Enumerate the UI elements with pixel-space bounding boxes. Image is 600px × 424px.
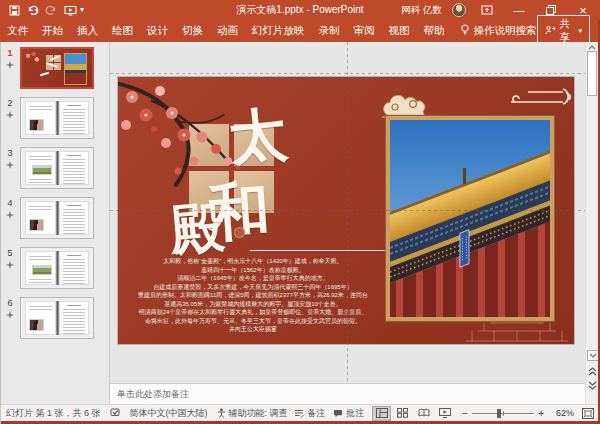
- mini-title-line: [67, 305, 81, 306]
- fit-to-window-button[interactable]: [582, 408, 594, 419]
- mini-title-line: [67, 155, 81, 156]
- status-left: 幻灯片 第 1 张，共 6 张 简体中文(中国大陆) 辅助功能: 调查: [0, 407, 288, 420]
- tab-record[interactable]: 录制: [312, 20, 347, 42]
- tab-view[interactable]: 视图: [382, 20, 417, 42]
- slide-number: 5: [7, 248, 12, 258]
- mini-right-page: [59, 301, 90, 335]
- minimize-button[interactable]: —: [508, 1, 530, 19]
- slide-4-preview[interactable]: [20, 197, 94, 239]
- user-name[interactable]: 网科 亿数: [401, 4, 442, 17]
- slide-counter[interactable]: 幻灯片 第 1 张，共 6 张: [6, 407, 101, 420]
- tab-transitions[interactable]: 切换: [175, 20, 210, 42]
- tab-design[interactable]: 设计: [140, 20, 175, 42]
- redo-icon[interactable]: [45, 5, 57, 16]
- scrollbar-thumb[interactable]: [587, 51, 597, 96]
- mini-title-line: [67, 105, 81, 106]
- accessibility-label: 辅助功能: 调查: [229, 407, 288, 420]
- tab-insert[interactable]: 插入: [70, 20, 105, 42]
- zoom-slider-thumb[interactable]: [497, 409, 501, 418]
- horizontal-guide[interactable]: [110, 73, 585, 74]
- tab-review[interactable]: 审阅: [347, 20, 382, 42]
- slide-2-preview[interactable]: [20, 97, 94, 139]
- notes-icon: [294, 409, 304, 418]
- mini-photo: [29, 119, 44, 131]
- slide-thumbnail-2[interactable]: 2: [0, 97, 109, 147]
- accessibility-status[interactable]: 辅助功能: 调查: [217, 407, 288, 420]
- editing-area: 太 和 殿 太和殿，俗称“金銮殿”，明永乐十八年（1420年）建成，称奉天殿。 …: [110, 42, 585, 404]
- scroll-up-icon[interactable]: [586, 45, 598, 50]
- palace-photo[interactable]: [386, 116, 554, 321]
- tab-help[interactable]: 帮助: [417, 20, 452, 42]
- mini-left-page: [25, 101, 56, 135]
- zoom-percentage[interactable]: 62%: [552, 408, 574, 418]
- ribbon-display-options-icon[interactable]: [476, 1, 498, 19]
- slide-thumbnail-1[interactable]: 1: [0, 47, 109, 97]
- slide-1-preview[interactable]: [20, 47, 94, 89]
- slide-canvas[interactable]: 太 和 殿 太和殿，俗称“金銮殿”，明永乐十八年（1420年）建成，称奉天殿。 …: [110, 42, 585, 383]
- mini-calligraphy: [40, 72, 49, 76]
- comments-toggle[interactable]: 批注: [333, 407, 364, 420]
- slide-editing-surface[interactable]: 太 和 殿 太和殿，俗称“金銮殿”，明永乐十八年（1420年）建成，称奉天殿。 …: [117, 76, 575, 345]
- zoom-in-button[interactable]: +: [538, 408, 544, 419]
- palace-photo-image: [390, 120, 550, 317]
- slide-title-char-3[interactable]: 殿: [168, 199, 227, 258]
- slide-body-text[interactable]: 太和殿，俗称“金銮殿”，明永乐十八年（1420年）建成，称奉天殿。 嘉靖四十一年…: [136, 257, 370, 334]
- zoom-out-button[interactable]: −: [462, 408, 468, 419]
- normal-view-button[interactable]: [372, 406, 391, 421]
- titlebar: ▾ ▾ 演示文稿1.pptx - PowerPoint 网科 亿数 — ×: [0, 0, 600, 20]
- spellcheck-icon[interactable]: [110, 408, 121, 418]
- tell-me-label: 操作说明搜索: [474, 24, 537, 38]
- mini-text: [29, 156, 52, 162]
- slide-number: 6: [7, 298, 12, 308]
- slide-6-preview[interactable]: [20, 297, 94, 339]
- slide-5-preview[interactable]: [20, 247, 94, 289]
- customize-qat-caret[interactable]: ▾: [80, 7, 84, 13]
- undo-dropdown-caret[interactable]: ▾: [35, 7, 38, 13]
- ribbon-tabs: 文件 开始 插入 绘图 设计 切换 动画 幻灯片放映 录制 审阅 视图 帮助 操…: [0, 20, 600, 42]
- share-caret-icon: ▾: [578, 27, 582, 35]
- view-switcher: [372, 406, 454, 421]
- next-slide-button[interactable]: [586, 380, 598, 391]
- notes-pane[interactable]: 单击此处添加备注: [110, 383, 585, 404]
- slide-thumbnail-4[interactable]: 4: [0, 197, 109, 247]
- share-label: 共享: [560, 17, 575, 45]
- slide-title-char-1[interactable]: 太: [226, 104, 290, 168]
- language-indicator[interactable]: 简体中文(中国大陆): [130, 407, 208, 420]
- slide-sorter-view-button[interactable]: [393, 406, 412, 421]
- mini-photo: [29, 319, 44, 331]
- tab-draw[interactable]: 绘图: [105, 20, 140, 42]
- reading-view-button[interactable]: [414, 406, 433, 421]
- slide-thumbnail-6[interactable]: 6: [0, 297, 109, 347]
- undo-icon[interactable]: ▾: [27, 5, 38, 16]
- zoom-slider-center-tick: [503, 411, 504, 416]
- mini-right-page: [59, 251, 90, 285]
- share-icon: [545, 25, 556, 37]
- slide-thumbnail-5[interactable]: 5: [0, 247, 109, 297]
- slideshow-view-button[interactable]: [435, 406, 454, 421]
- avatar[interactable]: [452, 3, 466, 17]
- body-line: 并向王公大臣赐宴: [136, 325, 370, 334]
- notes-placeholder[interactable]: 单击此处添加备注: [117, 388, 189, 401]
- mini-text: [63, 309, 86, 335]
- tab-file[interactable]: 文件: [0, 20, 35, 42]
- tab-animations[interactable]: 动画: [210, 20, 245, 42]
- mini-left-page: [25, 301, 56, 335]
- save-icon[interactable]: [9, 5, 20, 16]
- tell-me-search[interactable]: 操作说明搜索: [460, 24, 537, 38]
- slide-thumbnail-3[interactable]: 3: [0, 147, 109, 197]
- tab-slideshow[interactable]: 幻灯片放映: [245, 20, 312, 42]
- slide-number: 1: [7, 48, 12, 58]
- tab-home[interactable]: 开始: [35, 20, 70, 42]
- mini-left-page: [25, 251, 56, 285]
- mini-left-page: [25, 201, 56, 235]
- mini-text: [63, 259, 86, 285]
- start-slideshow-icon[interactable]: [64, 5, 77, 16]
- body-line: 命将出征，此外每年万寿节、元旦、冬至三大节，皇帝在此接受文武官员的朝贺。: [136, 317, 370, 326]
- notes-toggle[interactable]: 备注: [294, 407, 325, 420]
- previous-slide-button[interactable]: [586, 366, 598, 377]
- quick-access-toolbar: ▾ ▾: [0, 5, 84, 16]
- slide-3-preview[interactable]: [20, 147, 94, 189]
- slide-number-column: 2: [0, 97, 20, 147]
- zoom-slider[interactable]: [472, 409, 534, 418]
- animation-star-icon: [6, 311, 14, 319]
